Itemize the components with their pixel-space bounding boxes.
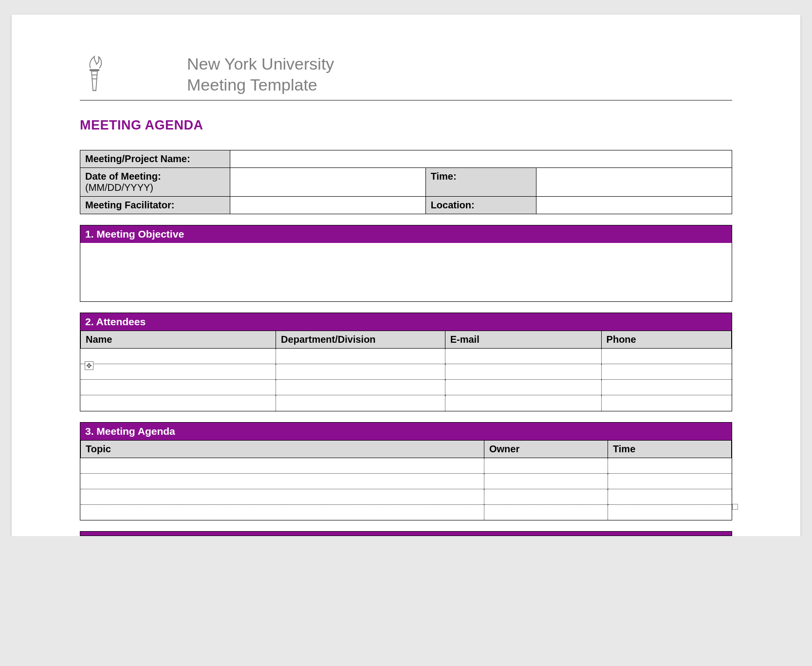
- col-owner: Owner: [484, 440, 608, 458]
- attendees-table: Name Department/Division E-mail Phone: [80, 331, 732, 411]
- section-agenda-header: 3. Meeting Agenda: [80, 423, 732, 440]
- attendee-row[interactable]: [81, 380, 732, 395]
- value-location[interactable]: [536, 197, 732, 214]
- agenda-row[interactable]: [81, 458, 732, 473]
- value-date[interactable]: [230, 168, 425, 197]
- nyu-torch-icon: [80, 54, 109, 92]
- section-objective: 1. Meeting Objective: [80, 225, 732, 302]
- col-email: E-mail: [445, 331, 601, 349]
- value-facilitator[interactable]: [230, 197, 425, 214]
- col-name: Name: [81, 331, 276, 349]
- label-facilitator: Meeting Facilitator:: [80, 197, 230, 214]
- col-dept: Department/Division: [276, 331, 445, 349]
- value-time[interactable]: [536, 168, 732, 197]
- table-move-handle-icon[interactable]: ✥: [85, 361, 93, 370]
- header-line2: Meeting Template: [187, 74, 334, 95]
- agenda-row[interactable]: [81, 473, 732, 489]
- attendee-row[interactable]: [81, 364, 732, 380]
- header-text: New York University Meeting Template: [187, 54, 334, 95]
- label-date-text: Date of Meeting:: [85, 171, 161, 182]
- agenda-table: Topic Owner Time: [80, 440, 732, 520]
- attendee-row[interactable]: [81, 349, 732, 364]
- section-next-partial: [80, 531, 732, 536]
- section-attendees: 2. Attendees Name Department/Division E-…: [80, 313, 732, 411]
- section-attendees-header: 2. Attendees: [80, 313, 732, 331]
- col-phone: Phone: [601, 331, 731, 349]
- document-header: New York University Meeting Template: [80, 54, 732, 101]
- label-meeting-name: Meeting/Project Name:: [80, 150, 230, 168]
- meeting-info-table: Meeting/Project Name: Date of Meeting: (…: [80, 150, 732, 214]
- section-objective-header: 1. Meeting Objective: [80, 225, 732, 243]
- agenda-row[interactable]: [81, 504, 732, 520]
- header-line1: New York University: [187, 54, 334, 74]
- document-title: MEETING AGENDA: [80, 118, 732, 133]
- agenda-row[interactable]: [81, 489, 732, 504]
- table-resize-handle-icon[interactable]: [732, 504, 738, 510]
- section-agenda: 3. Meeting Agenda Topic Owner Time: [80, 422, 732, 521]
- label-time: Time:: [425, 168, 536, 197]
- col-time: Time: [608, 440, 731, 458]
- label-date-sub: (MM/DD/YYYY): [85, 182, 225, 193]
- col-topic: Topic: [81, 440, 484, 458]
- label-location: Location:: [425, 197, 536, 214]
- document-page: New York University Meeting Template MEE…: [12, 15, 800, 536]
- attendee-row[interactable]: [81, 395, 732, 411]
- section-objective-body[interactable]: [80, 243, 732, 301]
- value-meeting-name[interactable]: [230, 150, 732, 168]
- label-date: Date of Meeting: (MM/DD/YYYY): [80, 168, 230, 197]
